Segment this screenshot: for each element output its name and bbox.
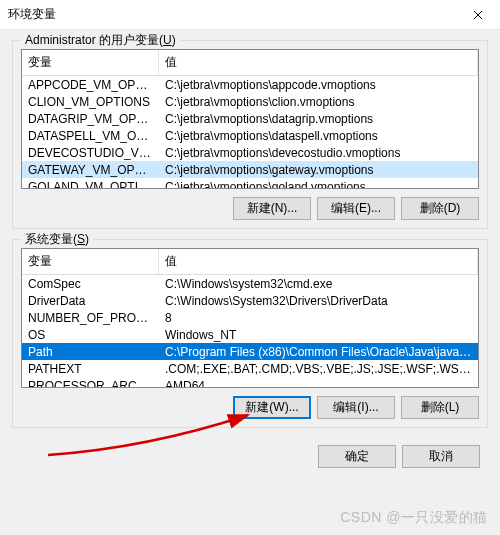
cell-value: C:\Windows\system32\cmd.exe: [159, 276, 478, 292]
system-variables-label: 系统变量(S): [21, 231, 93, 248]
table-row[interactable]: GATEWAY_VM_OPTIONSC:\jetbra\vmoptions\ga…: [22, 161, 478, 178]
cell-name: GATEWAY_VM_OPTIONS: [22, 162, 159, 178]
ok-button[interactable]: 确定: [318, 445, 396, 468]
table-row[interactable]: CLION_VM_OPTIONSC:\jetbra\vmoptions\clio…: [22, 93, 478, 110]
close-icon[interactable]: [455, 0, 500, 30]
new-user-var-button[interactable]: 新建(N)...: [233, 197, 311, 220]
user-variables-label: Administrator 的用户变量(U): [21, 32, 180, 49]
cell-value: C:\jetbra\vmoptions\appcode.vmoptions: [159, 77, 478, 93]
table-row[interactable]: APPCODE_VM_OPTIONSC:\jetbra\vmoptions\ap…: [22, 76, 478, 93]
table-row[interactable]: DEVECOSTUDIO_VM_OPTIONSC:\jetbra\vmoptio…: [22, 144, 478, 161]
user-vars-button-row: 新建(N)... 编辑(E)... 删除(D): [21, 197, 479, 220]
table-row[interactable]: GOLAND_VM_OPTIONSC:\jetbra\vmoptions\gol…: [22, 178, 478, 189]
titlebar: 环境变量: [0, 0, 500, 30]
cell-name: DEVECOSTUDIO_VM_OPTIONS: [22, 145, 159, 161]
watermark: CSDN @一只没爱的猫: [340, 509, 488, 527]
cell-value: C:\jetbra\vmoptions\gateway.vmoptions: [159, 162, 478, 178]
table-row[interactable]: DATASPELL_VM_OPTIONSC:\jetbra\vmoptions\…: [22, 127, 478, 144]
column-header-name[interactable]: 变量: [22, 249, 159, 274]
table-row[interactable]: DATAGRIP_VM_OPTIONSC:\jetbra\vmoptions\d…: [22, 110, 478, 127]
cell-name: OS: [22, 327, 159, 343]
table-row[interactable]: DriverDataC:\Windows\System32\Drivers\Dr…: [22, 292, 478, 309]
column-header-name[interactable]: 变量: [22, 50, 159, 75]
table-row[interactable]: PROCESSOR_ARCHITEC...AMD64: [22, 377, 478, 388]
cell-name: Path: [22, 344, 159, 360]
table-row[interactable]: OSWindows_NT: [22, 326, 478, 343]
cell-name: GOLAND_VM_OPTIONS: [22, 179, 159, 190]
delete-user-var-button[interactable]: 删除(D): [401, 197, 479, 220]
system-variables-list[interactable]: 变量 值 ComSpecC:\Windows\system32\cmd.exeD…: [21, 248, 479, 388]
cell-value: 8: [159, 310, 478, 326]
cell-name: PATHEXT: [22, 361, 159, 377]
cell-name: APPCODE_VM_OPTIONS: [22, 77, 159, 93]
window-title: 环境变量: [8, 6, 56, 23]
table-row[interactable]: ComSpecC:\Windows\system32\cmd.exe: [22, 275, 478, 292]
column-header-value[interactable]: 值: [159, 249, 478, 274]
user-variables-list[interactable]: 变量 值 APPCODE_VM_OPTIONSC:\jetbra\vmoptio…: [21, 49, 479, 189]
cell-name: ComSpec: [22, 276, 159, 292]
list-header: 变量 值: [22, 249, 478, 275]
cell-value: C:\jetbra\vmoptions\goland.vmoptions: [159, 179, 478, 190]
dialog-button-row: 确定 取消: [0, 434, 500, 480]
cell-value: C:\jetbra\vmoptions\devecostudio.vmoptio…: [159, 145, 478, 161]
delete-sys-var-button[interactable]: 删除(L): [401, 396, 479, 419]
cell-name: DATAGRIP_VM_OPTIONS: [22, 111, 159, 127]
edit-user-var-button[interactable]: 编辑(E)...: [317, 197, 395, 220]
cell-name: CLION_VM_OPTIONS: [22, 94, 159, 110]
list-header: 变量 值: [22, 50, 478, 76]
cell-value: C:\jetbra\vmoptions\dataspell.vmoptions: [159, 128, 478, 144]
system-variables-group: 系统变量(S) 变量 值 ComSpecC:\Windows\system32\…: [12, 239, 488, 428]
cell-value: C:\jetbra\vmoptions\datagrip.vmoptions: [159, 111, 478, 127]
table-row[interactable]: PathC:\Program Files (x86)\Common Files\…: [22, 343, 478, 360]
cell-name: DATASPELL_VM_OPTIONS: [22, 128, 159, 144]
cell-value: Windows_NT: [159, 327, 478, 343]
new-sys-var-button[interactable]: 新建(W)...: [233, 396, 311, 419]
edit-sys-var-button[interactable]: 编辑(I)...: [317, 396, 395, 419]
cell-value: AMD64: [159, 378, 478, 389]
cell-name: PROCESSOR_ARCHITEC...: [22, 378, 159, 389]
cell-value: C:\jetbra\vmoptions\clion.vmoptions: [159, 94, 478, 110]
cancel-button[interactable]: 取消: [402, 445, 480, 468]
cell-name: DriverData: [22, 293, 159, 309]
cell-value: C:\Windows\System32\Drivers\DriverData: [159, 293, 478, 309]
table-row[interactable]: PATHEXT.COM;.EXE;.BAT;.CMD;.VBS;.VBE;.JS…: [22, 360, 478, 377]
user-variables-group: Administrator 的用户变量(U) 变量 值 APPCODE_VM_O…: [12, 40, 488, 229]
column-header-value[interactable]: 值: [159, 50, 478, 75]
cell-value: .COM;.EXE;.BAT;.CMD;.VBS;.VBE;.JS;.JSE;.…: [159, 361, 478, 377]
table-row[interactable]: NUMBER_OF_PROCESSORS8: [22, 309, 478, 326]
cell-value: C:\Program Files (x86)\Common Files\Orac…: [159, 344, 478, 360]
sys-vars-button-row: 新建(W)... 编辑(I)... 删除(L): [21, 396, 479, 419]
cell-name: NUMBER_OF_PROCESSORS: [22, 310, 159, 326]
